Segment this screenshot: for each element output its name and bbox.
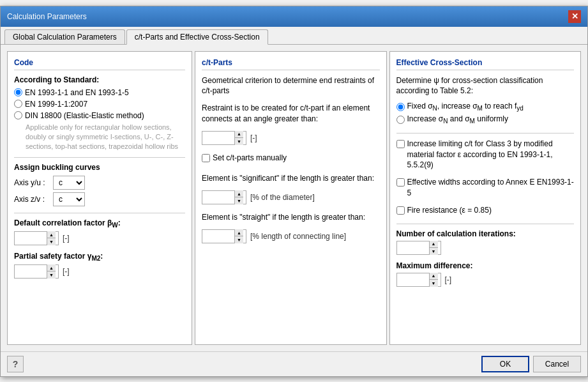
code-panel: Code According to Standard: EN 1993-1-1 …: [7, 51, 192, 345]
radio-increase-uniform-label: Increase σN and σM uniformly: [407, 114, 508, 125]
help-button[interactable]: ?: [7, 356, 24, 372]
max-diff-unit: [-]: [445, 275, 452, 284]
restraint-spin-buttons: ▲ ▼: [234, 131, 243, 145]
iterations-spinner: 1 ▲ ▼: [396, 241, 441, 255]
straight-spin-up[interactable]: ▲: [234, 229, 243, 236]
tab-global[interactable]: Global Calculation Parameters: [4, 29, 125, 44]
significant-label: Element is "significant" if the length i…: [202, 173, 380, 184]
set-manually-checkbox[interactable]: [202, 154, 210, 162]
iterations-spin-buttons: ▲ ▼: [429, 241, 438, 255]
ok-button[interactable]: OK: [481, 356, 529, 372]
restraint-input[interactable]: 10.00: [202, 132, 234, 144]
max-diff-spinner-row: 0.05 ▲ ▼ [-]: [396, 273, 575, 287]
axis-yu-label: Axis y/u :: [14, 178, 49, 187]
bottom-right: OK Cancel: [481, 356, 581, 372]
significant-spin-buttons: ▲ ▼: [234, 190, 243, 204]
significant-unit: [% of the diameter]: [250, 193, 315, 202]
correlation-unit: [-]: [63, 234, 70, 243]
straight-label: Element is "straight" if the length is g…: [202, 212, 380, 223]
axis-zv-select[interactable]: a0 a b c d: [53, 192, 85, 206]
straight-spin-buttons: ▲ ▼: [234, 229, 243, 243]
correlation-group: Default correlation factor βW: 1.00 ▲ ▼ …: [14, 218, 185, 245]
radio-en1993-label: EN 1993-1-1 and EN 1993-1-5: [25, 88, 129, 97]
radio-fixed-sigma-input[interactable]: [396, 103, 405, 111]
eff-radio-group: Fixed σN, increase σM to reach fyd Incre…: [396, 102, 575, 125]
restraint-unit: [-]: [250, 134, 257, 142]
straight-spin-down[interactable]: ▼: [234, 236, 243, 243]
check-class3-input[interactable]: [396, 140, 405, 148]
check-class3: Increase limiting c/t for Class 3 by mod…: [396, 139, 575, 171]
partial-spin-up[interactable]: ▲: [47, 264, 56, 271]
code-panel-title: Code: [14, 58, 185, 70]
check-fire-resistance-input[interactable]: [396, 206, 405, 215]
max-diff-spinner: 0.05 ▲ ▼: [396, 273, 441, 287]
check-eff-widths-input[interactable]: [396, 178, 405, 187]
eff-panel-title: Effective Cross-Section: [396, 58, 575, 70]
max-diff-group: Maximum difference: 0.05 ▲ ▼ [-]: [396, 261, 575, 287]
partial-input[interactable]: 1.25: [15, 265, 47, 278]
iterations-spin-down[interactable]: ▼: [429, 248, 438, 255]
radio-en1999-label: EN 1999-1-1:2007: [25, 100, 87, 109]
partial-spin-down[interactable]: ▼: [47, 271, 56, 279]
iterations-label: Number of calculation iterations:: [396, 229, 575, 238]
max-diff-spin-down[interactable]: ▼: [429, 280, 438, 287]
standard-radio-group: EN 1993-1-1 and EN 1993-1-5 EN 1999-1-1:…: [14, 88, 185, 152]
correlation-spin-up[interactable]: ▲: [47, 231, 56, 238]
radio-increase-uniform[interactable]: Increase σN and σM uniformly: [396, 114, 575, 125]
axis-zv-row: Axis z/v : a0 a b c d: [14, 192, 185, 206]
iterations-group: Number of calculation iterations: 1 ▲ ▼: [396, 229, 575, 255]
restraint-spinner: 10.00 ▲ ▼: [202, 131, 246, 145]
divider1: [14, 157, 185, 158]
significant-input[interactable]: 90: [202, 191, 234, 204]
title-bar: Calculation Parameters ✕: [1, 6, 587, 27]
bottom-left: ?: [7, 356, 24, 372]
max-diff-label: Maximum difference:: [396, 261, 575, 270]
ct-desc1: Geometrical criterion to determine end r…: [202, 75, 380, 97]
ct-panel-title: c/t-Parts: [202, 58, 380, 70]
ct-restraint-label: Restraint is to be created for c/t-part …: [202, 103, 380, 125]
iterations-input[interactable]: 1: [397, 241, 429, 254]
radio-en1999-input[interactable]: [14, 100, 22, 108]
partial-group: Partial safety factor γM2: 1.25 ▲ ▼ [-]: [14, 252, 185, 279]
radio-din18800-input[interactable]: [14, 111, 22, 119]
check-eff-widths: Effective widths according to Annex E EN…: [396, 177, 575, 199]
standard-label: According to Standard:: [14, 75, 185, 84]
radio-increase-uniform-input[interactable]: [396, 116, 405, 124]
close-button[interactable]: ✕: [568, 10, 581, 23]
divider2: [14, 213, 185, 213]
correlation-input[interactable]: 1.00: [15, 232, 47, 245]
din-note: Applicable only for rectangular hollow s…: [26, 123, 185, 152]
check-fire-resistance-label: Fire resistance (ε = 0.85): [407, 205, 492, 216]
correlation-spin-down[interactable]: ▼: [47, 238, 56, 245]
partial-label: Partial safety factor γM2:: [14, 252, 185, 262]
restraint-spin-up[interactable]: ▲: [234, 131, 243, 138]
straight-spinner-row: 90 ▲ ▼ [% length of connecting line]: [202, 229, 380, 243]
eff-divider1: [396, 133, 575, 134]
restraint-spin-down[interactable]: ▼: [234, 138, 243, 145]
partial-spinner-row: 1.25 ▲ ▼ [-]: [14, 264, 185, 279]
max-diff-spin-buttons: ▲ ▼: [429, 273, 438, 287]
correlation-spin-buttons: ▲ ▼: [47, 231, 56, 245]
calculation-parameters-dialog: Calculation Parameters ✕ Global Calculat…: [0, 6, 588, 377]
radio-en1999[interactable]: EN 1999-1-1:2007: [14, 100, 185, 109]
tab-ct[interactable]: c/t-Parts and Effective Cross-Section: [126, 29, 268, 45]
radio-en1993[interactable]: EN 1993-1-1 and EN 1993-1-5: [14, 88, 185, 97]
iterations-spin-up[interactable]: ▲: [429, 241, 438, 248]
partial-spin-buttons: ▲ ▼: [47, 264, 56, 279]
significant-spin-down[interactable]: ▼: [234, 197, 243, 204]
cancel-button[interactable]: Cancel: [533, 356, 581, 372]
dialog-title: Calculation Parameters: [7, 12, 87, 21]
significant-spinner-row: 90 ▲ ▼ [% of the diameter]: [202, 190, 380, 204]
radio-din18800[interactable]: DIN 18800 (Elastic-Elastic method): [14, 111, 185, 120]
correlation-label: Default correlation factor βW:: [14, 218, 185, 229]
straight-spinner: 90 ▲ ▼: [202, 229, 246, 243]
max-diff-spin-up[interactable]: ▲: [429, 273, 438, 280]
straight-input[interactable]: 90: [202, 230, 234, 243]
radio-en1993-input[interactable]: [14, 88, 22, 96]
axis-yu-select[interactable]: a0 a b c d: [53, 176, 85, 190]
radio-fixed-sigma[interactable]: Fixed σN, increase σM to reach fyd: [396, 102, 575, 112]
axis-yu-row: Axis y/u : a0 a b c d: [14, 176, 185, 190]
max-diff-input[interactable]: 0.05: [397, 273, 429, 286]
significant-spin-up[interactable]: ▲: [234, 190, 243, 197]
eff-desc: Determine ψ for cross-section classifica…: [396, 75, 575, 97]
